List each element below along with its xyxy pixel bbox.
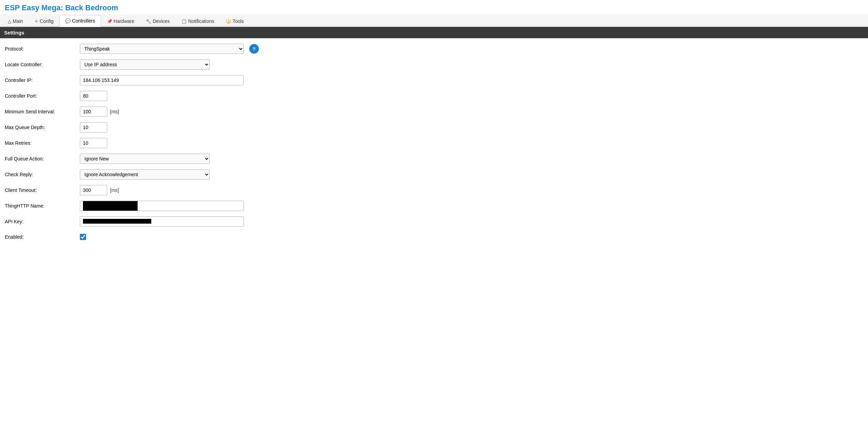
max-retries-input[interactable] [80, 138, 107, 148]
min-send-interval-row: Minimum Send Interval: [ms] [0, 104, 868, 119]
max-queue-depth-input[interactable] [80, 122, 107, 132]
enabled-label: Enabled: [5, 234, 80, 240]
tab-config-label: Config [40, 18, 53, 24]
max-queue-depth-control [80, 122, 107, 132]
tab-controllers[interactable]: 💬 Controllers [59, 15, 101, 27]
full-queue-action-control: Ignore New Delete Oldest [80, 154, 210, 164]
locate-controller-select[interactable]: Use IP address Use Hostname [80, 59, 210, 70]
check-reply-row: Check Reply: Ignore Acknowledgement Chec… [0, 167, 868, 182]
min-send-interval-control: [ms] [80, 107, 119, 117]
min-send-interval-input[interactable] [80, 107, 107, 117]
protocol-label: Protocol: [5, 46, 80, 52]
controller-port-input[interactable] [80, 91, 107, 101]
enabled-row: Enabled: [0, 229, 868, 244]
min-send-interval-unit: [ms] [110, 109, 119, 114]
tab-config[interactable]: ✧ Config [29, 15, 59, 27]
controller-ip-control [80, 75, 244, 85]
main-icon: △ [8, 19, 11, 24]
thinhttp-name-container [80, 201, 244, 211]
locate-controller-label: Locate Controller: [5, 61, 80, 68]
check-reply-select[interactable]: Ignore Acknowledgement Check Acknowledge… [80, 169, 210, 180]
thinhttp-name-control [80, 201, 244, 211]
locate-controller-control: Use IP address Use Hostname [80, 59, 210, 70]
settings-header: Settings [0, 27, 868, 38]
tab-hardware[interactable]: 📌 Hardware [101, 15, 140, 27]
max-retries-label: Max Retries: [5, 140, 80, 146]
controller-port-label: Controller Port: [5, 93, 80, 99]
tab-devices[interactable]: 🔧 Devices [140, 15, 176, 27]
help-button[interactable]: ? [249, 44, 259, 54]
thinhttp-name-redacted [83, 201, 138, 211]
api-key-label: API Key: [5, 219, 80, 225]
tools-icon: 🔱 [226, 19, 231, 24]
config-icon: ✧ [34, 19, 38, 24]
controller-port-row: Controller Port: [0, 88, 868, 104]
devices-icon: 🔧 [146, 19, 151, 24]
api-key-row: API Key: [0, 214, 868, 229]
locate-controller-row: Locate Controller: Use IP address Use Ho… [0, 57, 868, 72]
full-queue-action-select[interactable]: Ignore New Delete Oldest [80, 154, 210, 164]
controller-ip-row: Controller IP: [0, 72, 868, 88]
api-key-container [80, 216, 244, 227]
tab-tools[interactable]: 🔱 Tools [220, 15, 250, 27]
client-timeout-control: [ms] [80, 185, 119, 195]
full-queue-action-label: Full Queue Action: [5, 156, 80, 162]
client-timeout-input[interactable] [80, 185, 107, 195]
tab-devices-label: Devices [153, 18, 170, 24]
settings-form: Protocol: ThingSpeak OpenHAB MQTT Domoti… [0, 38, 868, 247]
client-timeout-row: Client Timeout: [ms] [0, 182, 868, 198]
client-timeout-unit: [ms] [110, 187, 119, 193]
check-reply-control: Ignore Acknowledgement Check Acknowledge… [80, 169, 210, 180]
controller-ip-label: Controller IP: [5, 77, 80, 83]
hardware-icon: 📌 [107, 19, 112, 24]
api-key-control [80, 216, 244, 227]
thinhttp-name-label: ThingHTTP Name: [5, 203, 80, 209]
client-timeout-label: Client Timeout: [5, 187, 80, 193]
max-retries-row: Max Retries: [0, 135, 868, 151]
thinhttp-name-row: ThingHTTP Name: [0, 198, 868, 214]
tab-notifications-label: Notifications [188, 18, 214, 24]
tab-tools-label: Tools [233, 18, 244, 24]
full-queue-action-row: Full Queue Action: Ignore New Delete Old… [0, 151, 868, 167]
enabled-control [80, 234, 86, 240]
max-queue-depth-row: Max Queue Depth: [0, 119, 868, 135]
controllers-icon: 💬 [65, 18, 71, 24]
protocol-row: Protocol: ThingSpeak OpenHAB MQTT Domoti… [0, 41, 868, 57]
controller-port-control [80, 91, 107, 101]
navigation-bar: △ Main ✧ Config 💬 Controllers 📌 Hardware… [0, 14, 868, 27]
tab-notifications[interactable]: 📋 Notifications [176, 15, 220, 27]
protocol-select[interactable]: ThingSpeak OpenHAB MQTT Domoticz MQTT Ge… [80, 44, 244, 54]
page-title: ESP Easy Mega: Back Bedroom [0, 0, 868, 14]
min-send-interval-label: Minimum Send Interval: [5, 109, 80, 115]
enabled-checkbox[interactable] [80, 234, 86, 240]
tab-hardware-label: Hardware [114, 18, 135, 24]
notifications-icon: 📋 [181, 19, 187, 24]
controller-ip-input[interactable] [80, 75, 244, 85]
tab-main[interactable]: △ Main [2, 15, 29, 27]
tab-main-label: Main [13, 18, 23, 24]
tab-controllers-label: Controllers [72, 18, 95, 24]
max-retries-control [80, 138, 107, 148]
check-reply-label: Check Reply: [5, 171, 80, 178]
max-queue-depth-label: Max Queue Depth: [5, 124, 80, 130]
protocol-control: ThingSpeak OpenHAB MQTT Domoticz MQTT Ge… [80, 44, 259, 54]
api-key-redacted [83, 219, 151, 224]
